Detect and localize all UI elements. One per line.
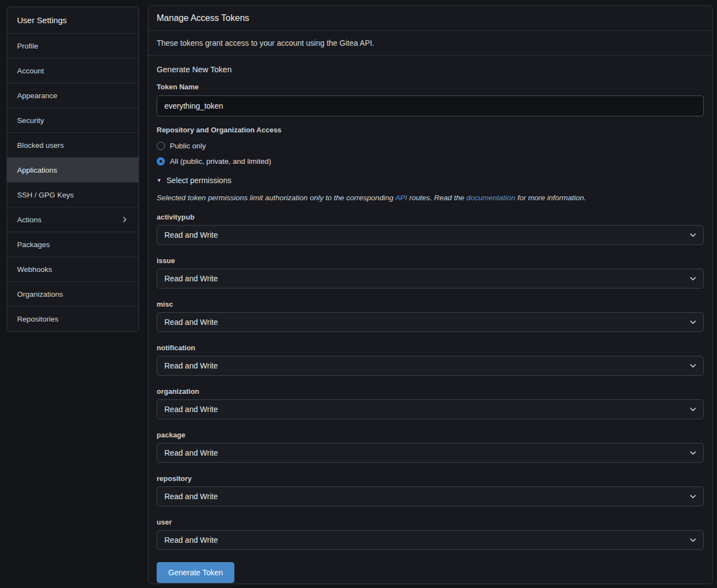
chevron-down-icon bbox=[689, 231, 697, 239]
access-scope-radio-group: Public only All (public, private, and li… bbox=[157, 140, 704, 167]
radio-option-label: Public only bbox=[170, 142, 206, 150]
note-text: Selected token permissions limit authori… bbox=[157, 194, 395, 202]
sidebar-item-label: Webhooks bbox=[17, 265, 52, 274]
caret-down-icon: ▼ bbox=[157, 178, 162, 183]
chevron-down-icon bbox=[689, 318, 697, 327]
permission-select-notification[interactable]: Read and Write bbox=[157, 356, 704, 376]
note-text: routes. Read the bbox=[407, 194, 466, 202]
sidebar-item-label: Profile bbox=[17, 42, 38, 50]
sidebar-item-label: Security bbox=[17, 116, 44, 125]
permissions-note: Selected token permissions limit authori… bbox=[157, 193, 704, 203]
permission-row: repository Read and Write bbox=[157, 474, 704, 506]
api-link[interactable]: API bbox=[395, 194, 407, 202]
sidebar-item-label: Applications bbox=[17, 166, 57, 174]
generate-token-button[interactable]: Generate Token bbox=[157, 562, 234, 583]
sidebar-item-label: Actions bbox=[17, 216, 41, 224]
permission-row: package Read and Write bbox=[157, 431, 704, 463]
permission-select-misc[interactable]: Read and Write bbox=[157, 312, 704, 332]
sidebar-item-label: SSH / GPG Keys bbox=[17, 191, 74, 199]
permission-name: organization bbox=[157, 387, 704, 395]
sidebar-item-label: Appearance bbox=[17, 92, 57, 100]
select-value: Read and Write bbox=[164, 448, 218, 457]
sidebar-item-webhooks[interactable]: Webhooks bbox=[7, 257, 138, 282]
generate-new-token-heading: Generate New Token bbox=[157, 65, 704, 74]
sidebar-title: User Settings bbox=[7, 7, 138, 34]
permission-name: activitypub bbox=[157, 213, 704, 221]
chevron-down-icon bbox=[689, 275, 697, 283]
permission-rows: activitypub Read and Write issue Read an… bbox=[157, 213, 704, 550]
permission-select-issue[interactable]: Read and Write bbox=[157, 269, 704, 288]
panel-title: Manage Access Tokens bbox=[148, 6, 712, 31]
select-value: Read and Write bbox=[164, 492, 218, 501]
permission-name: package bbox=[157, 431, 704, 439]
select-value: Read and Write bbox=[164, 361, 218, 370]
radio-icon bbox=[157, 157, 165, 165]
select-value: Read and Write bbox=[164, 405, 218, 414]
permission-row: user Read and Write bbox=[157, 518, 704, 550]
chevron-right-icon bbox=[121, 216, 129, 223]
sidebar-item-repositories[interactable]: Repositories bbox=[7, 307, 138, 332]
token-name-label: Token Name bbox=[157, 83, 704, 91]
permission-row: activitypub Read and Write bbox=[157, 213, 704, 245]
sidebar-item-label: Blocked users bbox=[17, 141, 64, 149]
radio-option-label: All (public, private, and limited) bbox=[170, 157, 271, 165]
sidebar-item-label: Repositories bbox=[17, 315, 58, 323]
permission-row: notification Read and Write bbox=[157, 344, 704, 376]
access-scope-label: Repository and Organization Access bbox=[157, 126, 704, 134]
sidebar-item-blocked-users[interactable]: Blocked users bbox=[7, 133, 138, 158]
sidebar-menu: Profile Account Appearance Security Bloc… bbox=[7, 34, 138, 332]
generate-token-form: Generate New Token Token Name Repository… bbox=[148, 56, 712, 588]
permission-name: issue bbox=[157, 256, 704, 265]
radio-option[interactable]: Public only bbox=[157, 140, 704, 151]
chevron-down-icon bbox=[689, 405, 697, 414]
sidebar-item-account[interactable]: Account bbox=[7, 58, 138, 83]
sidebar-item-label: Account bbox=[17, 67, 44, 75]
radio-option[interactable]: All (public, private, and limited) bbox=[157, 156, 704, 167]
settings-sidebar: User Settings Profile Account Appearance… bbox=[7, 7, 139, 332]
sidebar-item-applications[interactable]: Applications bbox=[7, 158, 138, 183]
sidebar-item-profile[interactable]: Profile bbox=[7, 34, 138, 58]
sidebar-item-ssh-gpg-keys[interactable]: SSH / GPG Keys bbox=[7, 183, 138, 207]
permission-select-activitypub[interactable]: Read and Write bbox=[157, 225, 704, 245]
sidebar-item-label: Organizations bbox=[17, 290, 63, 298]
select-permissions-toggle[interactable]: ▼ Select permissions bbox=[157, 175, 704, 186]
permission-row: issue Read and Write bbox=[157, 256, 704, 288]
sidebar-item-label: Packages bbox=[17, 240, 50, 249]
permission-select-organization[interactable]: Read and Write bbox=[157, 399, 704, 419]
permission-row: organization Read and Write bbox=[157, 387, 704, 419]
permission-row: misc Read and Write bbox=[157, 300, 704, 332]
select-value: Read and Write bbox=[164, 318, 218, 327]
permission-select-repository[interactable]: Read and Write bbox=[157, 487, 704, 506]
permission-name: user bbox=[157, 518, 704, 526]
permission-name: misc bbox=[157, 300, 704, 308]
sidebar-item-actions[interactable]: Actions bbox=[7, 207, 138, 232]
radio-icon bbox=[157, 142, 165, 150]
chevron-down-icon bbox=[689, 449, 697, 457]
chevron-down-icon bbox=[689, 536, 697, 544]
chevron-down-icon bbox=[689, 362, 697, 370]
permission-select-user[interactable]: Read and Write bbox=[157, 530, 704, 550]
sidebar-item-appearance[interactable]: Appearance bbox=[7, 83, 138, 108]
documentation-link[interactable]: documentation bbox=[467, 194, 516, 202]
select-permissions-label: Select permissions bbox=[167, 176, 232, 185]
sidebar-item-security[interactable]: Security bbox=[7, 108, 138, 133]
note-text: for more information. bbox=[515, 194, 586, 202]
select-value: Read and Write bbox=[164, 231, 218, 239]
permission-select-package[interactable]: Read and Write bbox=[157, 443, 704, 463]
permission-name: repository bbox=[157, 474, 704, 483]
sidebar-item-organizations[interactable]: Organizations bbox=[7, 282, 138, 307]
permission-name: notification bbox=[157, 344, 704, 352]
select-value: Read and Write bbox=[164, 274, 218, 283]
select-value: Read and Write bbox=[164, 536, 218, 544]
panel-description: These tokens grant access to your accoun… bbox=[148, 31, 712, 56]
chevron-down-icon bbox=[689, 493, 697, 501]
sidebar-item-packages[interactable]: Packages bbox=[7, 232, 138, 257]
token-name-input[interactable] bbox=[157, 95, 704, 116]
manage-access-tokens-panel: Manage Access Tokens These tokens grant … bbox=[148, 6, 713, 584]
